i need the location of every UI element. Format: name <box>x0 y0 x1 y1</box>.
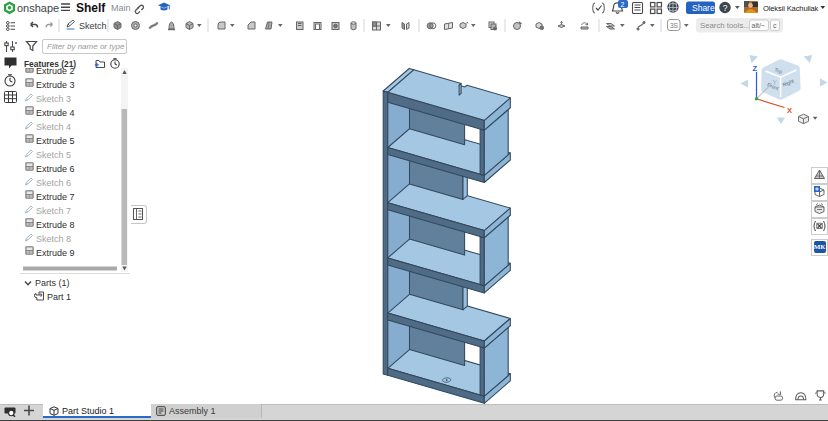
svg-text:Sketch 5: Sketch 5 <box>36 150 71 160</box>
svg-text:alt/~: alt/~ <box>752 22 765 29</box>
svg-text:Search tools...: Search tools... <box>700 21 750 30</box>
svg-text:Extrude 3: Extrude 3 <box>36 80 75 90</box>
svg-text:Features (21): Features (21) <box>24 59 76 69</box>
svg-text:Y: Y <box>773 79 778 86</box>
svg-text:3S: 3S <box>670 22 679 29</box>
svg-text:c: c <box>773 22 777 29</box>
svg-text:Extrude 4: Extrude 4 <box>36 108 75 118</box>
svg-text:Shelf: Shelf <box>76 1 106 15</box>
svg-text:Sketch 3: Sketch 3 <box>36 94 71 104</box>
svg-text:onshape: onshape <box>17 2 59 14</box>
svg-text:Sketch 6: Sketch 6 <box>36 178 71 188</box>
svg-text:Part Studio 1: Part Studio 1 <box>62 406 114 416</box>
svg-text:Extrude 9: Extrude 9 <box>36 248 75 258</box>
svg-text:Part 1: Part 1 <box>47 292 71 302</box>
svg-text:Sketch 8: Sketch 8 <box>36 234 71 244</box>
svg-text:Extrude 5: Extrude 5 <box>36 136 75 146</box>
svg-text:Extrude 7: Extrude 7 <box>36 192 75 202</box>
svg-text:Sketch 4: Sketch 4 <box>36 122 71 132</box>
svg-text:Parts (1): Parts (1) <box>35 278 70 288</box>
svg-text:Sketch: Sketch <box>79 21 107 31</box>
svg-text:Extrude 8: Extrude 8 <box>36 220 75 230</box>
svg-text:2: 2 <box>621 1 625 8</box>
svg-text:?: ? <box>723 3 728 13</box>
svg-text:Extrude 6: Extrude 6 <box>36 164 75 174</box>
svg-text:Assembly 1: Assembly 1 <box>169 406 216 416</box>
svg-text:Z: Z <box>753 64 758 73</box>
svg-text:X: X <box>787 106 792 115</box>
svg-text:Share: Share <box>692 3 715 13</box>
svg-text:Sketch 7: Sketch 7 <box>36 206 71 216</box>
svg-text:Main: Main <box>111 3 131 13</box>
svg-text:Oleksii Kachuliak: Oleksii Kachuliak <box>763 4 819 13</box>
